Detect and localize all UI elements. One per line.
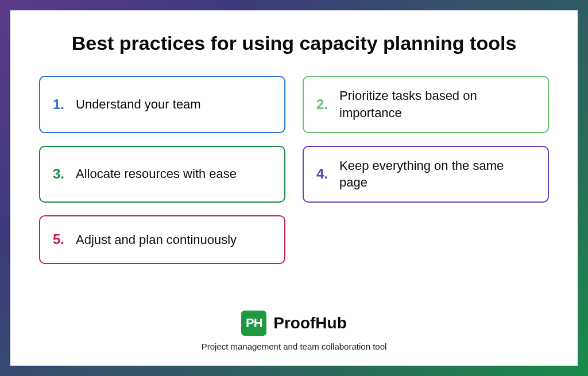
practice-number: 5. — [53, 231, 64, 247]
practice-text: Understand your team — [76, 96, 201, 113]
content-panel: Best practices for using capacity planni… — [10, 10, 578, 366]
practice-number: 2. — [316, 96, 328, 113]
brand-name: ProofHub — [273, 314, 347, 332]
practice-text: Adjust and plan continuously — [76, 231, 237, 249]
practices-grid: 1. Understand your team 2. Prioritize ta… — [39, 76, 549, 299]
practice-text: Prioritize tasks based on importance — [339, 87, 535, 121]
practice-number: 3. — [53, 166, 64, 182]
brand: PH ProofHub — [241, 311, 347, 336]
page-title: Best practices for using capacity planni… — [39, 30, 549, 56]
practice-card-3: 3. Allocate resources with ease — [39, 146, 285, 203]
practice-text: Keep everything on the same page — [339, 157, 535, 191]
brand-logo-icon: PH — [241, 311, 266, 336]
practice-number: 4. — [316, 166, 328, 182]
footer: PH ProofHub Project management and team … — [39, 311, 549, 351]
practice-number: 1. — [53, 96, 64, 113]
practice-card-4: 4. Keep everything on the same page — [303, 146, 549, 203]
practice-card-5: 5. Adjust and plan continuously — [39, 215, 285, 264]
practice-text: Allocate resources with ease — [76, 165, 237, 183]
brand-tagline: Project management and team collaboratio… — [202, 342, 387, 351]
practice-card-2: 2. Prioritize tasks based on importance — [303, 76, 549, 133]
practice-card-1: 1. Understand your team — [39, 76, 285, 133]
